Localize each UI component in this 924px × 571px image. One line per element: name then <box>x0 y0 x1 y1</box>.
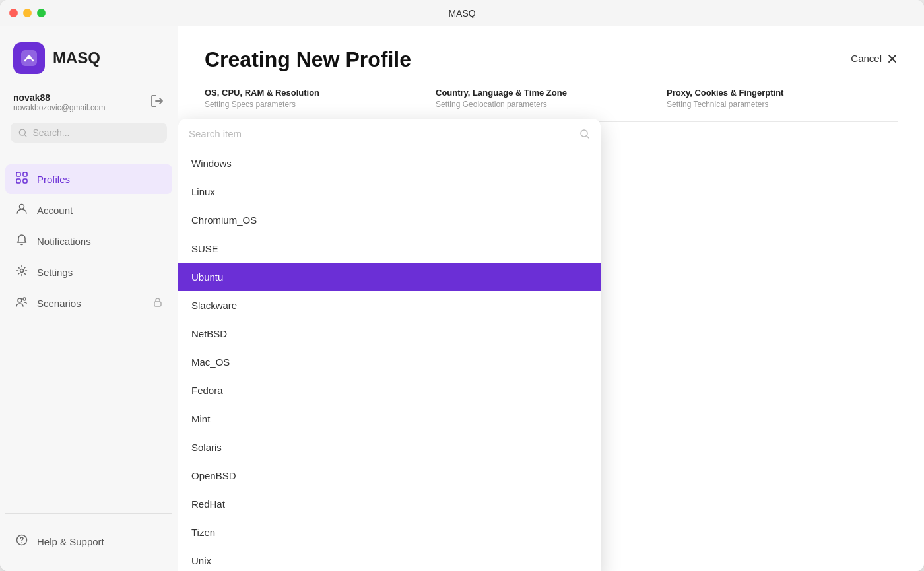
svg-rect-3 <box>16 172 20 176</box>
sidebar-search-box[interactable] <box>11 123 167 143</box>
step-os-title: OS, CPU, RAM & Resolution <box>205 88 436 98</box>
step-proxy[interactable]: Proxy, Cookies & Fingerptint Setting Tec… <box>667 88 898 121</box>
step-geo-subtitle: Setting Geolocation parameters <box>436 100 667 109</box>
dropdown-search-box[interactable] <box>178 119 601 149</box>
sidebar-item-account[interactable]: Account <box>5 195 172 225</box>
logo-icon <box>13 42 45 74</box>
window-title: MASQ <box>448 8 475 18</box>
sidebar: MASQ novak88 novakbozovic@gmail.com <box>0 26 178 571</box>
dropdown-item[interactable]: SUSE <box>178 234 601 263</box>
sidebar-search-input[interactable] <box>32 127 159 138</box>
sidebar-item-profiles[interactable]: Profiles <box>5 164 172 194</box>
profiles-label: Profiles <box>37 174 70 185</box>
scenarios-lock-icon <box>152 297 163 310</box>
dropdown-item[interactable]: Chromium_OS <box>178 206 601 234</box>
app-window: MASQ MASQ novak88 novakbozovic@ <box>0 0 924 571</box>
account-label: Account <box>37 205 73 216</box>
notifications-label: Notifications <box>37 236 91 247</box>
dropdown-item[interactable]: NetBSD <box>178 319 601 348</box>
svg-rect-6 <box>23 179 27 183</box>
cancel-button[interactable]: Cancel <box>851 53 898 64</box>
sidebar-bottom: Help & Support <box>0 519 178 571</box>
sidebar-item-help[interactable]: Help & Support <box>5 527 172 556</box>
maximize-button[interactable] <box>37 9 46 17</box>
svg-point-7 <box>20 205 24 209</box>
help-icon <box>15 534 29 549</box>
svg-point-8 <box>20 269 24 273</box>
page-title: Creating New Profile <box>205 48 411 72</box>
dropdown-item[interactable]: RedHat <box>178 490 601 518</box>
dropdown-item[interactable]: Slackware <box>178 291 601 319</box>
sidebar-item-scenarios[interactable]: Scenarios <box>5 288 172 318</box>
svg-rect-11 <box>154 302 161 306</box>
logo-text: MASQ <box>53 49 100 67</box>
settings-icon <box>15 265 29 280</box>
sidebar-divider-top <box>11 156 167 156</box>
window-controls <box>9 9 46 17</box>
dropdown-item[interactable]: Mac_OS <box>178 348 601 376</box>
close-button[interactable] <box>9 9 18 17</box>
close-icon <box>887 53 898 64</box>
dropdown-search-input[interactable] <box>189 128 573 139</box>
dropdown-item[interactable]: Linux <box>178 178 601 206</box>
os-dropdown: WindowsLinuxChromium_OSSUSEUbuntuSlackwa… <box>178 119 601 571</box>
minimize-button[interactable] <box>23 9 32 17</box>
dropdown-item[interactable]: Solaris <box>178 433 601 461</box>
logout-icon[interactable] <box>150 94 164 112</box>
dropdown-list[interactable]: WindowsLinuxChromium_OSSUSEUbuntuSlackwa… <box>178 149 601 571</box>
sidebar-divider-bottom <box>5 513 172 514</box>
svg-point-10 <box>23 298 26 300</box>
step-proxy-subtitle: Setting Technical parameters <box>667 100 898 109</box>
settings-label: Settings <box>37 267 73 278</box>
step-geo-title: Country, Language & Time Zone <box>436 88 667 98</box>
app-body: MASQ novak88 novakbozovic@gmail.com <box>0 26 924 571</box>
sidebar-logo: MASQ <box>0 26 178 87</box>
dropdown-item[interactable]: OpenBSD <box>178 461 601 490</box>
dropdown-item[interactable]: Ubuntu <box>178 263 601 291</box>
dropdown-item[interactable]: Tizen <box>178 518 601 547</box>
step-proxy-title: Proxy, Cookies & Fingerptint <box>667 88 898 98</box>
dropdown-item[interactable]: Mint <box>178 405 601 433</box>
dropdown-item[interactable]: Windows <box>178 149 601 178</box>
svg-rect-4 <box>23 172 27 176</box>
account-icon <box>15 203 29 218</box>
svg-point-1 <box>27 55 31 59</box>
svg-point-13 <box>21 542 22 543</box>
search-icon <box>18 128 27 138</box>
scenarios-icon <box>15 296 29 311</box>
username: novak88 <box>13 92 106 103</box>
svg-rect-5 <box>16 179 20 183</box>
sidebar-nav: Profiles Account <box>0 162 178 508</box>
step-os[interactable]: OS, CPU, RAM & Resolution Setting Specs … <box>205 88 436 121</box>
scenarios-label: Scenarios <box>37 298 81 309</box>
dropdown-item[interactable]: Unix <box>178 547 601 571</box>
notifications-icon <box>15 234 29 249</box>
page-header: Creating New Profile Cancel <box>178 26 924 72</box>
cancel-label: Cancel <box>851 53 882 64</box>
sidebar-item-notifications[interactable]: Notifications <box>5 226 172 256</box>
profiles-icon <box>15 172 29 187</box>
user-info: novak88 novakbozovic@gmail.com <box>13 92 106 112</box>
help-label: Help & Support <box>37 536 104 547</box>
user-email: novakbozovic@gmail.com <box>13 103 106 112</box>
titlebar: MASQ <box>0 0 924 26</box>
step-os-subtitle: Setting Specs parameters <box>205 100 436 109</box>
dropdown-item[interactable]: Fedora <box>178 376 601 405</box>
dropdown-search-icon <box>579 129 590 139</box>
sidebar-user: novak88 novakbozovic@gmail.com <box>0 87 178 123</box>
main-content: Creating New Profile Cancel OS, CPU, RAM… <box>178 26 924 571</box>
step-geo[interactable]: Country, Language & Time Zone Setting Ge… <box>436 88 667 121</box>
sidebar-item-settings[interactable]: Settings <box>5 257 172 287</box>
svg-point-9 <box>18 298 22 302</box>
steps-bar: OS, CPU, RAM & Resolution Setting Specs … <box>205 88 898 122</box>
